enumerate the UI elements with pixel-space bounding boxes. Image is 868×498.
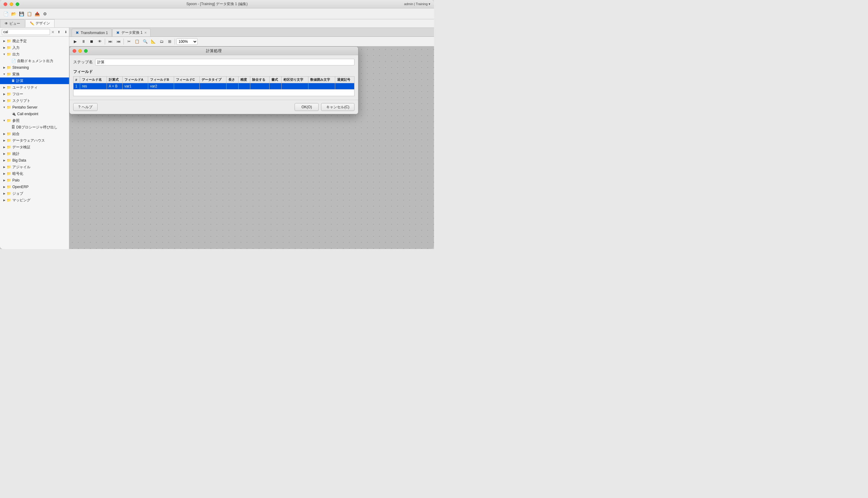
tab-datachange1[interactable]: ✖ データ変換 1 ✕ [112,29,151,37]
tab-design[interactable]: ✏️ デザイン [25,19,55,27]
tab-close-datachange1[interactable]: ✕ [144,31,147,34]
tree-item-label: データウェアハウス [12,138,45,143]
sidebar-item-結合[interactable]: ▶📁結合 [0,131,69,137]
sidebar-item-変換[interactable]: ▼📁変換 [0,71,69,78]
preview-button[interactable]: 👁 [96,38,103,45]
expand-icon[interactable]: ▶ [2,145,6,149]
expand-icon[interactable]: ▶ [2,172,6,175]
col-fieldb: フィールドB [148,77,174,83]
search-input[interactable] [2,29,50,35]
design-icon: ✏️ [30,22,34,26]
folder-icon: 📁 [6,171,11,176]
cell-remove [250,83,270,90]
stop-button[interactable]: ⏹ [88,38,95,45]
expand-icon[interactable]: ▶ [2,46,6,50]
main-area: ✕ ⬆ ⬇ ▶📁廃止予定▶📁入力▼📁出力📄自動ドキュメント出力▶📁Streami… [0,28,434,249]
search-bar: ✕ ⬆ ⬇ [0,28,69,37]
minimize-button[interactable] [10,2,13,6]
sidebar-item-ジョブ[interactable]: ▶📁ジョブ [0,190,69,197]
modal-minimize-button[interactable] [78,49,82,53]
ok-button[interactable]: OK(O) [295,103,318,111]
sidebar-item-Pentaho Server[interactable]: ▼📁Pentaho Server [0,104,69,110]
tab-transformation1[interactable]: ✖ Transformation 1 [72,29,112,37]
sidebar-item-マッピング[interactable]: ▶📁マッピング [0,197,69,204]
expand-icon[interactable]: ▶ [2,132,6,136]
modal-close-button[interactable] [72,49,76,53]
maximize-button[interactable] [16,2,19,6]
open-icon[interactable]: 📂 [10,11,17,17]
sidebar-item-自動ドキュメント出力[interactable]: 📄自動ドキュメント出力 [0,57,69,64]
sidebar-item-OpenERP[interactable]: ▶📁OpenERP [0,184,69,190]
sidebar-item-計算[interactable]: 🖩計算 [0,78,69,84]
sidebar-item-アジャイル[interactable]: ▶📁アジャイル [0,164,69,170]
zoom-select[interactable]: 100% 75% 50% 150% 200% [176,38,198,45]
pause-button[interactable]: ⏸ [80,38,87,45]
table-row[interactable]: 1 res A + B var1 var2 [73,83,354,90]
cancel-button[interactable]: キャンセル(C) [321,103,354,111]
expand-icon[interactable]: ▶ [2,92,6,96]
new-icon[interactable]: 📄 [2,11,9,17]
tree: ▶📁廃止予定▶📁入力▼📁出力📄自動ドキュメント出力▶📁Streaming▼📁変換… [0,37,69,249]
sidebar-item-入力[interactable]: ▶📁入力 [0,44,69,51]
sidebar-item-Call endpoint[interactable]: 🔌Call endpoint [0,110,69,117]
expand-icon[interactable]: ▶ [2,66,6,69]
tool2-button[interactable]: 📋 [133,38,141,45]
grid-button[interactable]: ⊞ [166,38,173,45]
sidebar-item-統計[interactable]: ▶📁統計 [0,150,69,157]
content-area: ✖ Transformation 1 ✖ データ変換 1 ✕ ▶ ⏸ ⏹ 👁 ⏭… [69,28,434,249]
more-icon[interactable]: ⚙ [42,11,48,17]
tab-view[interactable]: 👁 ビュー [0,19,25,27]
step-name-input[interactable] [95,59,354,65]
sidebar-item-データ検証[interactable]: ▶📁データ検証 [0,144,69,150]
expand-icon[interactable]: ▶ [2,99,6,103]
item-icon: 🖩 [11,79,15,83]
play-button[interactable]: ▶ [72,38,79,45]
tool5-button[interactable]: 🗂 [158,38,165,45]
expand-icon[interactable]: ▶ [2,86,6,89]
sidebar-item-Big Data[interactable]: ▶📁Big Data [0,157,69,164]
save-icon[interactable]: 💾 [18,11,25,17]
expand-icon[interactable]: ▼ [2,52,6,56]
help-button[interactable]: ? ヘルプ [73,103,98,111]
tree-item-label: Pentaho Server [12,105,37,109]
sidebar-item-スクリプト[interactable]: ▶📁スクリプト [0,97,69,104]
saveas-icon[interactable]: 📋 [26,11,32,17]
sidebar-item-暗号化[interactable]: ▶📁暗号化 [0,170,69,177]
search-prev-icon[interactable]: ⬆ [56,29,62,35]
expand-icon[interactable]: ▶ [2,152,6,156]
col-remove: 除去する [250,77,270,83]
expand-icon[interactable]: ▶ [2,198,6,202]
tool4-button[interactable]: 📐 [150,38,157,45]
publish-icon[interactable]: 📤 [34,11,40,17]
sidebar-item-DBプロシージャ呼び出し[interactable]: 🗄DBプロシージャ呼び出し [0,124,69,131]
col-num: # [73,77,80,83]
expand-icon[interactable]: ▼ [2,105,6,109]
canvas[interactable]: データグリッド 選択/名前変更 [69,47,434,249]
sidebar-item-出力[interactable]: ▼📁出力 [0,51,69,57]
expand-icon[interactable]: ▶ [2,39,6,43]
expand-icon[interactable]: ▶ [2,139,6,142]
sidebar-item-Streaming[interactable]: ▶📁Streaming [0,64,69,71]
expand-icon[interactable]: ▼ [2,119,6,122]
expand-icon[interactable]: ▼ [2,73,6,76]
sidebar-item-フロー[interactable]: ▶📁フロー [0,91,69,97]
tool1-button[interactable]: ✂ [125,38,133,45]
item-icon: 📄 [11,59,16,63]
expand-icon[interactable]: ▶ [2,185,6,189]
back-button[interactable]: ⏮ [115,38,122,45]
tool3-button[interactable]: 🔍 [141,38,149,45]
modal-maximize-button[interactable] [84,49,87,53]
close-button[interactable] [4,2,7,6]
expand-icon[interactable]: ▶ [2,179,6,182]
search-next-icon[interactable]: ⬇ [63,29,69,35]
sidebar-item-ユーティリティ[interactable]: ▶📁ユーティリティ [0,84,69,91]
expand-icon[interactable]: ▶ [2,192,6,195]
sidebar-item-データウェアハウス[interactable]: ▶📁データウェアハウス [0,137,69,144]
search-clear-icon[interactable]: ✕ [51,30,55,34]
skip-button[interactable]: ⏭ [107,38,114,45]
sidebar-item-廃止予定[interactable]: ▶📁廃止予定 [0,38,69,44]
sidebar-item-Palo[interactable]: ▶📁Palo [0,177,69,184]
expand-icon[interactable]: ▶ [2,165,6,169]
expand-icon[interactable]: ▶ [2,159,6,162]
sidebar-item-参照[interactable]: ▼📁参照 [0,117,69,124]
